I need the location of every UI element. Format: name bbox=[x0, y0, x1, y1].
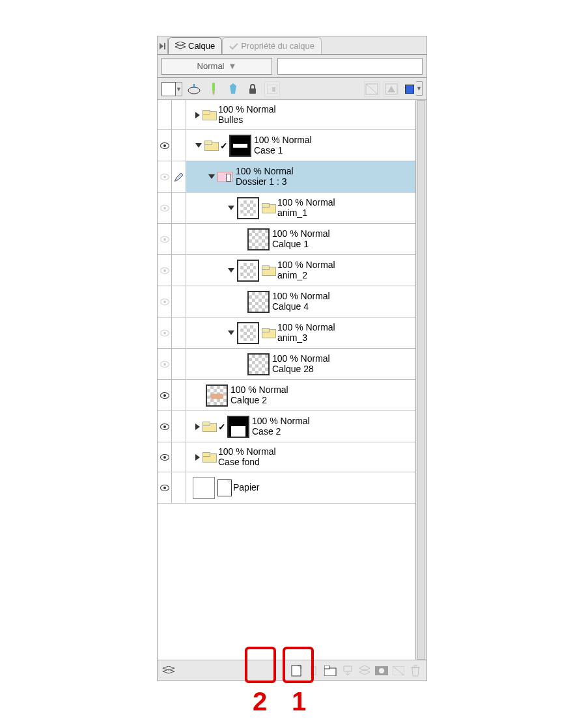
transfer-down-button[interactable] bbox=[341, 664, 355, 678]
layer-row-papier[interactable]: Papier bbox=[158, 472, 415, 504]
svg-rect-6 bbox=[272, 87, 275, 92]
lock-toggle[interactable] bbox=[172, 130, 186, 161]
layer-name: Case 2 bbox=[252, 427, 310, 437]
lock-toggle[interactable] bbox=[172, 442, 186, 472]
scrollbar-thumb[interactable] bbox=[417, 100, 425, 660]
collapse-icon[interactable] bbox=[228, 330, 234, 335]
layer-row-case2[interactable]: ✓ 100 % Normal Case 2 bbox=[158, 411, 415, 442]
layer-row-casefond[interactable]: 100 % Normal Case fond bbox=[158, 442, 415, 472]
lock-toggle[interactable] bbox=[172, 411, 186, 442]
folder-icon bbox=[202, 110, 216, 120]
folder-icon bbox=[202, 422, 216, 432]
layer-opacity: 100 % Normal bbox=[230, 385, 288, 395]
layer-opacity: 100 % Normal bbox=[272, 229, 330, 239]
visibility-toggle[interactable] bbox=[158, 255, 172, 286]
lock-toggle[interactable] bbox=[172, 286, 186, 317]
layer-row-anim2[interactable]: 100 % Normal anim_2 bbox=[158, 255, 415, 286]
draft-layer-icon[interactable] bbox=[225, 81, 241, 97]
lock-icon[interactable] bbox=[245, 81, 260, 97]
layer-name: Papier bbox=[233, 483, 259, 492]
apply-mask-icon[interactable] bbox=[384, 81, 399, 97]
layer-opacity: 100 % Normal bbox=[277, 260, 335, 270]
layer-row-bulles[interactable]: 100 % Normal Bulles bbox=[158, 100, 415, 130]
new-folder-button[interactable] bbox=[324, 664, 338, 678]
expand-icon[interactable] bbox=[195, 424, 200, 430]
layer-color-icon[interactable] bbox=[403, 81, 416, 97]
layer-name: anim_3 bbox=[277, 333, 335, 343]
scrollbar[interactable] bbox=[416, 100, 426, 660]
lock-toggle[interactable] bbox=[172, 317, 186, 348]
folder-icon bbox=[202, 452, 216, 463]
layer-toolbar: ▼ ▼ bbox=[158, 78, 426, 100]
layer-thumbnail bbox=[206, 384, 228, 407]
visibility-toggle[interactable] bbox=[158, 224, 172, 254]
panel-menu-handle[interactable] bbox=[158, 38, 168, 54]
lock-toggle[interactable] bbox=[172, 380, 186, 411]
collapse-icon[interactable] bbox=[195, 143, 202, 148]
visibility-toggle[interactable] bbox=[158, 442, 172, 472]
enable-mask-icon[interactable] bbox=[264, 81, 280, 97]
layer-color-dropdown[interactable]: ▼ bbox=[416, 81, 423, 96]
lock-toggle[interactable] bbox=[172, 472, 186, 503]
visibility-toggle[interactable] bbox=[158, 161, 172, 192]
tab-active[interactable]: Calque bbox=[168, 37, 222, 54]
merge-down-button[interactable] bbox=[357, 664, 372, 678]
lock-toggle[interactable] bbox=[172, 349, 186, 379]
layer-row-calque4[interactable]: 100 % Normal Calque 4 bbox=[158, 286, 415, 317]
palette-color-swatch[interactable] bbox=[161, 82, 176, 96]
visibility-toggle[interactable] bbox=[158, 349, 172, 379]
layer-list-area: 100 % Normal Bulles ✓ 100 % Normal bbox=[158, 100, 426, 660]
layer-thumbnail bbox=[247, 228, 270, 250]
tab-inactive-label: Propriété du calque bbox=[241, 41, 314, 51]
animation-folder-icon bbox=[217, 172, 233, 182]
collapse-icon[interactable] bbox=[208, 174, 215, 179]
reference-layer-icon[interactable] bbox=[206, 81, 221, 97]
layer-row-anim3[interactable]: 100 % Normal anim_3 bbox=[158, 317, 415, 349]
layer-name: Bulles bbox=[218, 115, 276, 125]
clip-mask-icon[interactable] bbox=[186, 81, 202, 97]
eye-icon bbox=[160, 392, 169, 399]
empty-area bbox=[158, 504, 415, 660]
lock-toggle[interactable] bbox=[172, 161, 186, 192]
create-mask-button[interactable] bbox=[374, 664, 389, 678]
visibility-toggle[interactable] bbox=[158, 472, 172, 503]
delete-layer-button[interactable] bbox=[408, 664, 423, 678]
expand-icon[interactable] bbox=[195, 112, 200, 118]
tab-inactive[interactable]: Propriété du calque bbox=[222, 37, 322, 54]
eye-icon bbox=[160, 205, 169, 211]
folder-icon bbox=[262, 328, 275, 338]
layer-thumbnail bbox=[237, 197, 259, 219]
visibility-toggle[interactable] bbox=[158, 317, 172, 348]
layer-row-anim1[interactable]: 100 % Normal anim_1 bbox=[158, 193, 415, 224]
blend-mode-dropdown[interactable]: Normal ▼ bbox=[161, 58, 272, 75]
lock-toggle[interactable] bbox=[172, 224, 186, 254]
opacity-slider[interactable] bbox=[277, 58, 423, 75]
layer-row-calque28[interactable]: 100 % Normal Calque 28 bbox=[158, 349, 415, 380]
visibility-toggle[interactable] bbox=[158, 100, 172, 129]
apply-mask-button[interactable] bbox=[391, 664, 406, 678]
layer-list[interactable]: 100 % Normal Bulles ✓ 100 % Normal bbox=[158, 100, 416, 660]
lock-toggle[interactable] bbox=[172, 255, 186, 286]
lock-toggle[interactable] bbox=[172, 193, 186, 223]
visibility-toggle[interactable] bbox=[158, 193, 172, 223]
lock-toggle[interactable] bbox=[172, 100, 186, 129]
ruler-icon[interactable] bbox=[364, 81, 380, 97]
collapse-icon[interactable] bbox=[228, 206, 234, 210]
palette-dropdown-arrow[interactable]: ▼ bbox=[176, 82, 182, 96]
layer-row-calque1[interactable]: 100 % Normal Calque 1 bbox=[158, 224, 415, 255]
visibility-toggle[interactable] bbox=[158, 130, 172, 161]
collapse-icon[interactable] bbox=[228, 268, 234, 273]
layer-row-case1[interactable]: ✓ 100 % Normal Case 1 bbox=[158, 130, 415, 161]
layer-opacity: 100 % Normal bbox=[252, 416, 310, 426]
expand-icon[interactable] bbox=[195, 454, 200, 461]
layer-name: anim_1 bbox=[277, 208, 335, 218]
two-pane-icon[interactable] bbox=[161, 664, 176, 678]
layer-row-calque2[interactable]: 100 % Normal Calque 2 bbox=[158, 380, 415, 411]
layer-opacity: 100 % Normal bbox=[218, 105, 276, 115]
layer-opacity: 100 % Normal bbox=[277, 323, 335, 332]
visibility-toggle[interactable] bbox=[158, 380, 172, 411]
visibility-toggle[interactable] bbox=[158, 411, 172, 442]
layer-row-dossier1[interactable]: 100 % Normal Dossier 1 : 3 bbox=[158, 161, 415, 193]
eye-icon bbox=[160, 361, 169, 368]
visibility-toggle[interactable] bbox=[158, 286, 172, 317]
